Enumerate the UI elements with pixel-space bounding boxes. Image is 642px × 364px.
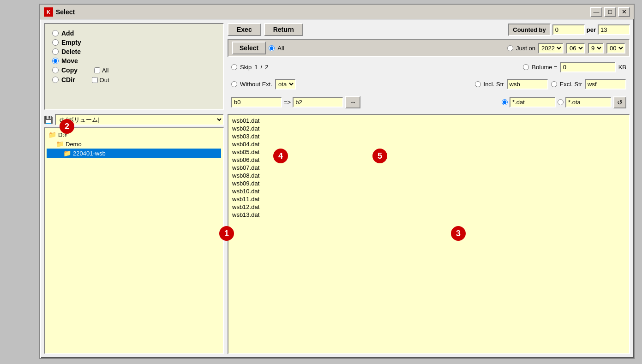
radio-add[interactable] xyxy=(52,30,59,36)
incl-str-label: Incl. Str xyxy=(484,81,504,88)
list-item[interactable]: wsb13.dat xyxy=(232,211,625,219)
checkbox-all[interactable] xyxy=(94,67,100,73)
list-item[interactable]: wsb04.dat xyxy=(232,140,625,148)
radio-excl-str[interactable] xyxy=(551,81,557,87)
radio-delete[interactable] xyxy=(52,48,59,55)
counted-by-label: Counted by xyxy=(508,24,551,36)
year-dropdown[interactable]: 2022 xyxy=(538,43,564,54)
swap-button[interactable]: ↔ xyxy=(345,96,360,108)
select-row: Select All Just on 2022 06 9 xyxy=(228,39,630,57)
all-label: All xyxy=(277,45,284,52)
radio-pattern1[interactable] xyxy=(502,99,508,105)
list-item[interactable]: wsb12.dat xyxy=(232,203,625,211)
incl-str-input[interactable] xyxy=(507,79,548,90)
file-tree-panel: 💾 d: [ボリューム] 📁 D:¥ 📁 Demo xyxy=(44,114,224,354)
refresh-button[interactable]: ↺ xyxy=(613,96,626,108)
radio-pattern2[interactable] xyxy=(558,99,564,105)
return-button[interactable]: Return xyxy=(264,23,303,36)
ext-row: Without Ext. ota Incl. Str Excl. Str xyxy=(228,77,630,91)
tree-item-demo-label: Demo xyxy=(66,141,82,148)
bottom-section: 💾 d: [ボリューム] 📁 D:¥ 📁 Demo xyxy=(44,114,630,354)
close-button[interactable]: ✕ xyxy=(618,7,630,17)
pattern1-input[interactable] xyxy=(510,97,556,107)
radio-row-move: Move xyxy=(52,57,216,65)
radio-incl-str[interactable] xyxy=(475,81,481,87)
just-on-label: Just on xyxy=(516,45,535,52)
list-item[interactable]: wsb11.dat xyxy=(232,195,625,203)
bolume-input[interactable] xyxy=(560,62,616,72)
list-item[interactable]: wsb03.dat xyxy=(232,132,625,140)
radio-row-copy: Copy xyxy=(52,66,78,74)
radio-add-label: Add xyxy=(61,30,74,37)
radio-without-ext[interactable] xyxy=(231,81,237,87)
skip-label: Skip xyxy=(240,64,252,71)
excl-str-input[interactable] xyxy=(585,79,626,90)
radio-all[interactable] xyxy=(269,45,275,51)
drive-icon: 💾 xyxy=(44,115,53,124)
per-input[interactable] xyxy=(598,24,630,35)
ext-dropdown[interactable]: ota xyxy=(275,79,296,90)
to-path-input[interactable] xyxy=(293,97,343,107)
exec-return-row: Exec Return Counted by per xyxy=(228,23,630,36)
folder-icon-root: 📁 xyxy=(48,131,56,138)
radio-bolume[interactable] xyxy=(523,64,529,70)
radio-row-add: Add xyxy=(52,30,216,37)
day-dropdown[interactable]: 9 xyxy=(588,43,604,54)
excl-str-label: Excl. Str xyxy=(560,81,582,88)
select-button[interactable]: Select xyxy=(232,42,266,54)
radio-row-cdir: CDir xyxy=(52,76,75,84)
tree-item-root[interactable]: 📁 D:¥ xyxy=(47,130,221,139)
without-ext-label: Without Ext. xyxy=(240,81,272,88)
radio-delete-label: Delete xyxy=(61,48,81,55)
list-item[interactable]: wsb10.dat xyxy=(232,187,625,195)
month-dropdown[interactable]: 06 xyxy=(566,43,585,54)
left-panel: Add Empty Delete Move xyxy=(44,23,224,110)
radio-skip[interactable] xyxy=(231,64,237,70)
minimize-button[interactable]: — xyxy=(590,7,602,17)
path-row: => ↔ ↺ xyxy=(228,94,630,110)
window-body: Add Empty Delete Move xyxy=(40,19,634,358)
radio-cdir[interactable] xyxy=(52,77,59,83)
title-bar: K Select — □ ✕ xyxy=(40,5,634,19)
checkbox-out[interactable] xyxy=(92,77,98,83)
arrow-label: => xyxy=(284,99,291,106)
radio-copy-label: Copy xyxy=(61,66,78,74)
main-window: K Select — □ ✕ Add Empty xyxy=(39,4,635,359)
tree-item-root-label: D:¥ xyxy=(58,131,67,138)
radio-copy[interactable] xyxy=(52,67,59,73)
pattern2-input[interactable] xyxy=(565,97,612,107)
per-label: per xyxy=(587,26,596,33)
tree-item-selected-label: 220401-wsb xyxy=(73,150,106,157)
radio-move[interactable] xyxy=(52,58,59,64)
operation-radio-group: Add Empty Delete Move xyxy=(52,30,216,84)
radio-empty-label: Empty xyxy=(61,39,81,46)
top-section: Add Empty Delete Move xyxy=(44,23,630,110)
drive-select: 💾 d: [ボリューム] xyxy=(44,114,224,125)
tree-item-selected[interactable]: 📁 220401-wsb xyxy=(47,149,221,158)
file-list-panel[interactable]: wsb01.datwsb02.datwsb03.datwsb04.datwsb0… xyxy=(228,114,630,354)
kb-label: KB xyxy=(618,64,626,71)
skip-value1: 1 xyxy=(254,64,258,71)
maximize-button[interactable]: □ xyxy=(604,7,616,17)
list-item[interactable]: wsb08.dat xyxy=(232,172,625,179)
list-item[interactable]: wsb05.dat xyxy=(232,148,625,156)
radio-empty[interactable] xyxy=(52,39,59,46)
radio-row-empty: Empty xyxy=(52,39,216,46)
time-dropdown[interactable]: 00 xyxy=(606,43,625,54)
skip-slash: / xyxy=(261,64,263,71)
skip-value2: 2 xyxy=(265,64,268,71)
file-tree[interactable]: 📁 D:¥ 📁 Demo 📁 220401-wsb xyxy=(44,127,224,354)
checkbox-all-label: All xyxy=(102,67,108,74)
tree-item-demo[interactable]: 📁 Demo xyxy=(47,139,221,149)
from-path-input[interactable] xyxy=(231,97,282,107)
exec-button[interactable]: Exec xyxy=(228,23,261,36)
list-item[interactable]: wsb06.dat xyxy=(232,156,625,164)
list-item[interactable]: wsb09.dat xyxy=(232,179,625,187)
checkbox-out-label: Out xyxy=(100,77,109,84)
counted-by-input[interactable] xyxy=(552,24,585,35)
list-item[interactable]: wsb07.dat xyxy=(232,164,625,172)
list-item[interactable]: wsb01.dat xyxy=(232,117,625,125)
list-item[interactable]: wsb02.dat xyxy=(232,125,625,132)
drive-dropdown[interactable]: d: [ボリューム] xyxy=(55,114,224,125)
radio-just-on[interactable] xyxy=(507,45,513,51)
